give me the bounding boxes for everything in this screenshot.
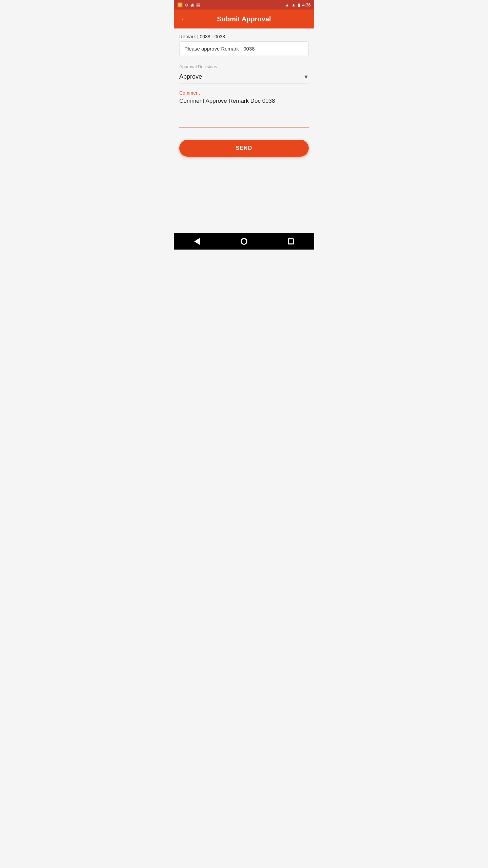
home-nav-icon <box>241 238 247 245</box>
status-time: 4:36 <box>302 2 311 7</box>
nav-home-button[interactable] <box>234 235 254 248</box>
app-bar: ← Submit Approval <box>174 9 314 28</box>
accessibility-icon: ⊙ <box>185 2 188 7</box>
approval-decisions-label: Approval Decisions <box>179 64 309 69</box>
back-nav-icon <box>194 238 200 245</box>
chevron-down-icon: ▼ <box>303 74 309 80</box>
bottom-navigation <box>174 233 314 250</box>
comment-section: Comment <box>179 90 309 129</box>
send-button[interactable]: SEND <box>179 140 309 157</box>
remark-section: Remark | 0038 - 0038 Please approve Rema… <box>179 34 309 56</box>
approval-decisions-value: Approve <box>179 73 202 80</box>
nav-back-button[interactable] <box>187 235 207 248</box>
comment-label: Comment <box>179 90 309 96</box>
remark-value: Please approve Remark - 0038 <box>179 41 309 56</box>
main-content: Remark | 0038 - 0038 Please approve Rema… <box>174 28 314 233</box>
recent-nav-icon <box>288 238 294 244</box>
remark-label: Remark | 0038 - 0038 <box>179 34 309 39</box>
wifi-signal-icon: ▲ <box>285 2 289 7</box>
nav-recent-button[interactable] <box>281 236 301 247</box>
battery-icon: ▮ <box>298 2 300 7</box>
status-bar: 🛜 ⊙ ◉ ▤ ▲ ▲ ▮ 4:36 <box>174 0 314 9</box>
back-button[interactable]: ← <box>179 13 189 25</box>
cell-signal-icon: ▲ <box>291 2 296 7</box>
approval-decisions-section: Approval Decisions Approve ▼ <box>179 64 309 83</box>
sim-icon: ▤ <box>196 2 200 7</box>
record-icon: ◉ <box>190 2 194 7</box>
page-title: Submit Approval <box>217 15 271 23</box>
comment-input[interactable] <box>179 98 309 127</box>
status-icons-left: 🛜 ⊙ ◉ ▤ <box>177 2 200 7</box>
status-icons-right: ▲ ▲ ▮ 4:36 <box>285 2 311 7</box>
approval-decisions-dropdown[interactable]: Approve ▼ <box>179 71 309 83</box>
wifi-icon: 🛜 <box>177 2 183 7</box>
